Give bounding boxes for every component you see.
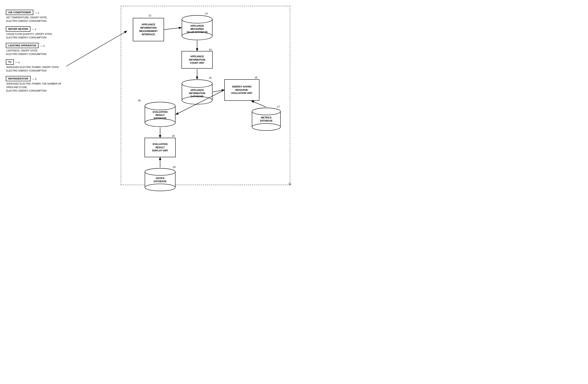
- svg-point-23: [252, 108, 280, 115]
- svg-line-51: [66, 31, 126, 66]
- node-13: APPLIANCE MEASURED VALUE DATABASE: [182, 15, 213, 40]
- appliance-box-2: WATER HEATER: [6, 26, 30, 32]
- svg-text:EVALUATION: EVALUATION: [153, 111, 168, 113]
- ref-number-5: — 5: [32, 78, 36, 81]
- system-number: 11: [288, 182, 291, 186]
- ref-number-4: — 4: [15, 61, 20, 64]
- diagram-container: AIR CONDITIONER — 1 SET TEMPERATURE, ON/…: [0, 0, 294, 192]
- appliance-box-1: AIR CONDITIONER: [6, 10, 33, 15]
- ref-15: 15: [209, 76, 211, 79]
- ref-number-3: — 3: [40, 45, 44, 47]
- svg-point-39: [145, 184, 175, 191]
- ref-number-2: — 2: [32, 28, 36, 31]
- svg-text:DATABASE: DATABASE: [154, 117, 167, 120]
- appliance-box-5: REFRIGERATOR: [6, 76, 31, 81]
- appliance-desc-2: USAGE FLOW QUANTITY, ON/OFF STATE,ELECTR…: [6, 32, 66, 39]
- ref-13: 13: [205, 12, 208, 15]
- svg-point-22: [252, 124, 280, 130]
- appliance-desc-4: AVERAGED ELECTRIC POWER, ON/OFF STATE,EL…: [6, 65, 66, 72]
- appliance-item-5: REFRIGERATOR — 5 AVERAGED ELECTRIC POWER…: [6, 76, 66, 93]
- appliances-section: AIR CONDITIONER — 1 SET TEMPERATURE, ON/…: [6, 10, 66, 96]
- node-19: EVALUATIONRESULTDISPLAY UNIT: [145, 138, 176, 157]
- svg-point-30: [145, 119, 175, 127]
- ref-16: 16: [254, 76, 257, 79]
- system-box: 11 APPLIANCEINFORMATIONMEASUREMENTINTERF…: [121, 6, 290, 185]
- ref-18: 18: [138, 99, 140, 102]
- ref-number-1: — 1: [35, 12, 39, 14]
- svg-point-5: [182, 15, 212, 23]
- cylinder-13-svg: APPLIANCE MEASURED VALUE DATABASE: [182, 15, 213, 40]
- ref-20: 20: [173, 166, 175, 169]
- appliance-box-3: LIGHTING APPARATUS: [6, 43, 39, 48]
- node-15: APPLIANCE INFORMATION DATABASE: [182, 79, 213, 105]
- svg-point-40: [145, 168, 175, 175]
- svg-text:METRICS: METRICS: [261, 116, 272, 119]
- ref-12: 12: [148, 14, 151, 17]
- node-18: EVALUATION RESULT DATABASE: [145, 102, 176, 127]
- appliance-box-4: TV: [6, 59, 14, 65]
- appliance-item-2: WATER HEATER — 2 USAGE FLOW QUANTITY, ON…: [6, 26, 66, 39]
- ref-19: 19: [172, 134, 174, 137]
- node-20: ADVICE DATABASE: [145, 168, 176, 191]
- cylinder-18-svg: EVALUATION RESULT DATABASE: [145, 102, 176, 127]
- appliance-desc-1: SET TEMPERATURE, ON/OFF STATE,ELECTRIC E…: [6, 16, 66, 23]
- appliance-item-3: LIGHTING APPARATUS — 3 LIGHTNESS, ON/OFF…: [6, 43, 66, 56]
- svg-line-48: [252, 101, 266, 107]
- svg-text:APPLIANCE: APPLIANCE: [190, 24, 204, 27]
- svg-text:DATABASE: DATABASE: [191, 95, 204, 98]
- svg-point-31: [145, 102, 175, 110]
- svg-line-43: [164, 28, 181, 30]
- appliance-item-4: TV — 4 AVERAGED ELECTRIC POWER, ON/OFF S…: [6, 59, 66, 72]
- svg-text:APPLIANCE: APPLIANCE: [190, 89, 204, 92]
- cylinder-15-svg: APPLIANCE INFORMATION DATABASE: [182, 79, 213, 105]
- cylinder-17-svg: METRICS DATABASE: [252, 107, 281, 131]
- ref-14: 14: [209, 48, 211, 51]
- svg-text:ADVICE: ADVICE: [156, 177, 164, 180]
- appliance-desc-5: AVERAGED ELECTRIC POWER, THE NUMBER OF O…: [6, 82, 66, 93]
- svg-text:DATABASE: DATABASE: [154, 180, 167, 183]
- svg-text:DATABASE: DATABASE: [260, 119, 273, 122]
- appliance-desc-3: LIGHTNESS, ON/OFF STATE,ELECTRIC ENERGY …: [6, 49, 66, 56]
- node-14: APPLIANCEINFORMATIONCOUNT UNIT: [182, 51, 213, 69]
- svg-text:RESULT: RESULT: [155, 114, 165, 116]
- node-16: ENERGY SAVINGBEHAVIOR-EVALUATION UNIT: [224, 79, 259, 101]
- appliance-item-1: AIR CONDITIONER — 1 SET TEMPERATURE, ON/…: [6, 10, 66, 23]
- node-12: APPLIANCEINFORMATIONMEASUREMENTINTERFACE: [133, 18, 164, 41]
- ref-17: 17: [277, 105, 280, 108]
- svg-text:VALUE DATABASE: VALUE DATABASE: [187, 31, 208, 34]
- svg-point-14: [182, 80, 212, 87]
- svg-text:INFORMATION: INFORMATION: [189, 92, 205, 95]
- svg-text:MEASURED: MEASURED: [190, 28, 204, 30]
- svg-line-46: [213, 90, 224, 92]
- node-17: METRICS DATABASE: [252, 107, 281, 131]
- cylinder-20-svg: ADVICE DATABASE: [145, 168, 176, 191]
